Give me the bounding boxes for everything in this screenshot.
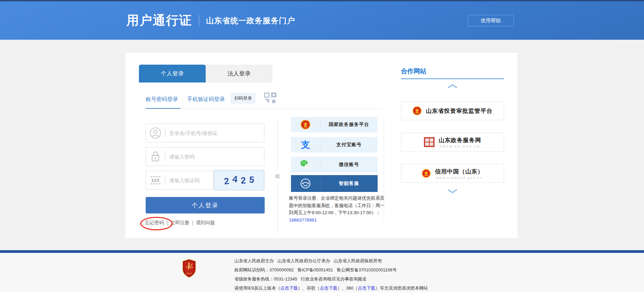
footer-line-2: 政府网站识别码：3700000092 鲁ICP备05051451 鲁公网安备37… bbox=[234, 267, 397, 273]
forgot-password-link[interactable]: 忘记密码 bbox=[145, 220, 164, 226]
carousel-up-icon[interactable] bbox=[447, 84, 458, 89]
smart-customer-service-button[interactable]: 智能客服 bbox=[291, 175, 378, 192]
download-360-link[interactable]: 点击下载 bbox=[358, 286, 375, 291]
service-phone-link[interactable]: 18663778981 bbox=[289, 218, 317, 223]
bottom-white-strip bbox=[0, 292, 644, 300]
method-password-login[interactable]: 账号密码登录 bbox=[146, 96, 178, 103]
footer: 党政机关 山东省人民政府主办 山东省人民政府办公厅承办 山东省人民政府版权所有 … bbox=[0, 253, 644, 292]
digits-icon: 123 bbox=[146, 176, 165, 184]
login-card: 个人登录 法人登录 账号密码登录 手机验证码登录 扫码登录 bbox=[125, 53, 518, 238]
alipay-icon: 支 bbox=[291, 139, 320, 151]
password-field[interactable] bbox=[146, 147, 264, 166]
captcha-digit: 5 bbox=[249, 174, 255, 185]
wechat-login-button[interactable]: 微信账号 bbox=[291, 157, 378, 172]
partner-sites-panel: 合作网站 山东省投资审批监管平台 bbox=[401, 53, 504, 238]
header: 用户通行证 山东省统一政务服务门户 使用帮助 bbox=[0, 1, 644, 40]
column-divider bbox=[384, 118, 384, 223]
or-divider: 或 bbox=[275, 120, 280, 233]
having-trouble-link[interactable]: 遇到问题 bbox=[196, 220, 215, 226]
username-field[interactable] bbox=[146, 124, 264, 142]
footer-line-3: 省级政务服务热线：0531-12345 行政业务咨询电话见办事咨询频道 bbox=[234, 276, 367, 282]
link-separator: | bbox=[167, 220, 168, 226]
user-icon bbox=[146, 127, 165, 139]
login-methods: 账号密码登录 手机验证码登录 bbox=[146, 93, 225, 106]
help-button[interactable]: 使用帮助 bbox=[468, 15, 514, 26]
captcha-field[interactable]: 123 bbox=[146, 171, 213, 190]
red-seal-icon bbox=[424, 137, 435, 147]
footer-accent-bar bbox=[0, 250, 644, 253]
or-text: 或 bbox=[275, 173, 280, 179]
captcha-digit: 4 bbox=[232, 174, 238, 185]
wechat-icon bbox=[291, 160, 320, 169]
footer-line-1: 山东省人民政府主办 山东省人民政府办公厅承办 山东省人民政府版权所有 bbox=[234, 258, 382, 264]
lock-icon bbox=[146, 151, 165, 162]
alipay-login-button[interactable]: 支 支付宝账号 bbox=[291, 137, 378, 153]
national-platform-login-button[interactable]: 国家政务服务平台 bbox=[291, 117, 378, 132]
partner-card-zwfw[interactable]: 山东政务服务网 ZWFW.SD.GOV.CN bbox=[401, 133, 504, 152]
password-input[interactable] bbox=[165, 154, 264, 160]
link-separator: | bbox=[192, 220, 194, 226]
partner-card-credit-china[interactable]: 信用中国（山东） www.creditsd.gov.cn bbox=[401, 164, 504, 183]
download-chrome-link[interactable]: 点击下载 bbox=[320, 286, 338, 291]
carousel-down-icon[interactable] bbox=[447, 189, 458, 194]
captcha-digit: 2 bbox=[240, 175, 246, 186]
captcha-digit: 2 bbox=[223, 176, 230, 187]
brand: 用户通行证 山东省统一政务服务门户 bbox=[126, 1, 295, 40]
captcha-input[interactable] bbox=[165, 177, 213, 183]
national-emblem-icon bbox=[412, 106, 422, 115]
scan-login-tooltip[interactable]: 扫码登录 bbox=[231, 93, 255, 103]
captcha-image[interactable]: 2 4 2 5 bbox=[214, 170, 264, 190]
brand-divider bbox=[199, 15, 199, 26]
footer-line-4: 请使用IE9及以上版本（点击下载）、谷歌（点击下载）、360（点击下载）等主流浏… bbox=[234, 285, 428, 292]
customer-service-note: 账号登录注册、企业绑定相关问题请优先联系页面中的智能客服系统，客服电话（工作日：… bbox=[289, 195, 386, 224]
register-link[interactable]: 立即注册 bbox=[171, 220, 189, 226]
brand-subtitle: 山东省统一政务服务门户 bbox=[206, 15, 295, 26]
username-input[interactable] bbox=[165, 130, 264, 136]
qr-code-icon[interactable] bbox=[264, 93, 276, 104]
login-tabs: 个人登录 法人登录 bbox=[139, 65, 272, 82]
method-sms-login[interactable]: 手机验证码登录 bbox=[187, 96, 225, 103]
partner-card-investment-platform[interactable]: 山东省投资审批监管平台 bbox=[401, 101, 504, 120]
robot-service-icon bbox=[291, 178, 320, 189]
methods-separator-line bbox=[146, 109, 383, 109]
government-badge-icon: 党政机关 bbox=[182, 259, 196, 278]
partners-title: 合作网站 bbox=[401, 67, 427, 76]
brand-title: 用户通行证 bbox=[126, 12, 192, 29]
helper-links: 忘记密码 | 立即注册 | 遇到问题 bbox=[145, 220, 215, 226]
download-ie-link[interactable]: 点击下载 bbox=[281, 286, 298, 291]
credit-emblem-icon bbox=[421, 169, 431, 178]
tab-personal-login[interactable]: 个人登录 bbox=[139, 65, 206, 82]
personal-login-button[interactable]: 个人登录 bbox=[146, 197, 265, 213]
tab-corporate-login[interactable]: 法人登录 bbox=[206, 65, 272, 82]
login-page: 用户通行证 山东省统一政务服务门户 使用帮助 个人登录 法人登录 账号密码登录 … bbox=[0, 0, 644, 300]
national-emblem-icon bbox=[291, 120, 320, 130]
partners-title-underline bbox=[401, 78, 504, 79]
